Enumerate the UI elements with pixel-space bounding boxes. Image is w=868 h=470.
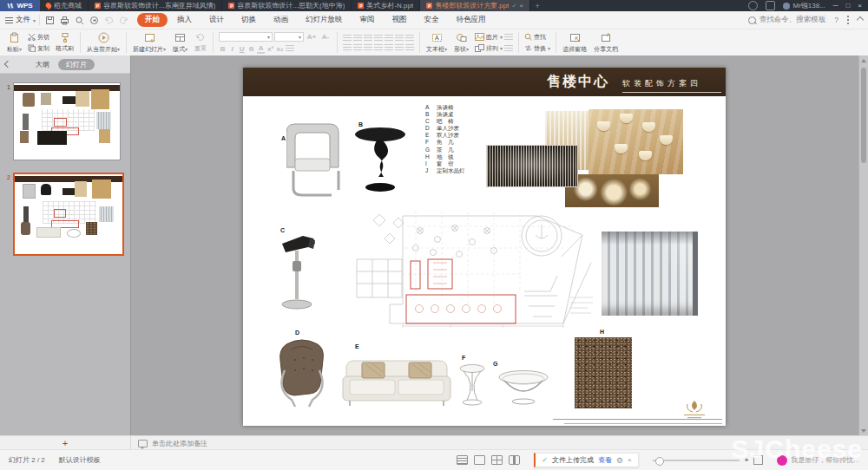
tab-view[interactable]: 视图 (385, 13, 415, 27)
play-from-current-button[interactable]: 从当前开始▾ (83, 32, 123, 54)
close-button[interactable]: × (858, 2, 862, 10)
normal-view-icon[interactable] (457, 455, 468, 465)
command-search[interactable]: 查找命令、搜索模板 (748, 15, 826, 25)
arrange-button[interactable]: 排列▾ (475, 44, 503, 53)
tab-outline[interactable]: 大纲 (36, 60, 49, 69)
slide-thumbnail-2[interactable] (13, 173, 124, 256)
tab-document-2[interactable]: P容辰斯软装饰设计...思勒天(地中海) (222, 0, 352, 11)
image-coffee-table-g[interactable] (497, 369, 549, 406)
floor-plan[interactable] (355, 209, 602, 328)
tab-design[interactable]: 设计 (201, 13, 232, 27)
view-upload-link[interactable]: 查看 (598, 455, 612, 465)
tab-insert[interactable]: 插入 (169, 13, 200, 27)
account-button[interactable]: Mr镪138... (783, 1, 825, 10)
help-icon[interactable]: ? (834, 16, 838, 24)
slide-subtitle[interactable]: 软装配饰方案四 (622, 78, 721, 93)
settings-icon[interactable] (766, 1, 775, 10)
maximize-button[interactable]: □ (845, 2, 850, 10)
find-button[interactable]: 查找 (524, 33, 550, 42)
developer-logo[interactable] (681, 400, 708, 421)
tab-slideshow[interactable]: 幻灯片放映 (298, 13, 351, 27)
collapse-ribbon-icon[interactable] (857, 16, 864, 23)
legend-list[interactable]: A洽谈椅 B洽谈桌 C吧 椅 D单人沙发 E双人沙发 F角 几 G茶 几 H地 … (425, 104, 465, 174)
scroll-down-icon[interactable] (861, 429, 866, 433)
tab-document-3[interactable]: P美式乡村-N.ppt (352, 0, 420, 11)
image-crystal-curtain-i[interactable] (486, 145, 578, 187)
format-painter-button[interactable]: 格式刷 (52, 32, 77, 53)
image-sofa-e[interactable] (339, 356, 454, 409)
image-chandelier-photo-j2[interactable] (589, 109, 683, 174)
outline-view-icon[interactable] (474, 455, 485, 465)
notes-input[interactable]: 单击此处添加备注 (131, 436, 868, 450)
image-wing-chair-d[interactable] (274, 337, 330, 412)
tab-transition[interactable]: 切换 (233, 13, 264, 27)
selection-pane-button[interactable]: 选择窗格 (559, 32, 590, 54)
new-tab-button[interactable]: + (530, 0, 544, 11)
tab-document-active[interactable]: P售楼部软装设计方案.ppt✓× (420, 0, 530, 11)
slide-sorter-icon[interactable] (491, 455, 503, 465)
scroll-up-icon[interactable] (861, 59, 866, 62)
label-e[interactable]: E (355, 343, 359, 349)
zoom-in-button[interactable]: + (745, 456, 749, 464)
text-box-button[interactable]: A文本框▾ (423, 32, 450, 54)
more-menu-icon[interactable] (847, 16, 849, 24)
tab-security[interactable]: 安全 (417, 13, 447, 27)
image-armchair-a[interactable] (286, 121, 345, 204)
shapes-button[interactable]: 形状▾ (450, 32, 472, 54)
file-menu-button[interactable]: 文件▾ (5, 15, 40, 25)
save-icon[interactable] (45, 16, 55, 25)
minimize-button[interactable]: ─ (833, 2, 838, 10)
tab-review[interactable]: 审阅 (352, 13, 383, 27)
new-slide-button[interactable]: 新建幻灯片▾ (129, 32, 169, 54)
close-tab-icon[interactable]: × (519, 2, 523, 10)
tab-animation[interactable]: 动画 (266, 13, 296, 27)
tab-slides[interactable]: 幻灯片 (58, 59, 95, 70)
slide-canvas[interactable]: 售楼中心 软装配饰方案四 A洽谈椅 B洽谈桌 C吧 椅 D单人沙发 E双人沙发 … (131, 55, 859, 436)
replace-button[interactable]: 替换▾ (524, 44, 550, 53)
zoom-slider[interactable] (653, 460, 740, 461)
vertical-scrollbar[interactable] (858, 55, 868, 436)
fit-window-icon[interactable] (753, 455, 763, 465)
image-carpet-sample-h[interactable] (575, 337, 632, 408)
image-curtain-blinds[interactable] (602, 232, 698, 316)
tab-home[interactable]: 开始 (137, 13, 168, 27)
reading-view-icon[interactable] (509, 455, 520, 465)
copy-button[interactable]: 复制 (28, 44, 49, 53)
gear-icon[interactable]: ⚙ (616, 456, 623, 465)
paste-button[interactable]: 粘贴▾ (3, 32, 25, 54)
image-side-table-f[interactable] (458, 363, 486, 407)
dismiss-icon[interactable]: × (628, 456, 632, 464)
font-family-select[interactable]: ▾ (219, 32, 273, 42)
zoom-knob[interactable] (655, 457, 664, 466)
scrollbar-thumb[interactable] (861, 68, 866, 163)
label-d[interactable]: D (295, 330, 299, 336)
image-chandelier-glow-j3[interactable] (565, 174, 659, 207)
slide-title[interactable]: 售楼中心 (547, 73, 609, 91)
label-h[interactable]: H (600, 329, 604, 335)
label-a[interactable]: A (281, 135, 286, 141)
print-icon[interactable] (60, 16, 69, 25)
share-document-button[interactable]: 分享文档 (590, 32, 621, 54)
slide-editor[interactable]: 售楼中心 软装配饰方案四 A洽谈椅 B洽谈桌 C吧 椅 D单人沙发 E双人沙发 … (243, 68, 726, 426)
add-slide-button[interactable]: + (0, 436, 131, 450)
underline-button: U (238, 45, 246, 53)
font-size-select[interactable]: ▾ (274, 32, 304, 42)
output-icon[interactable] (89, 16, 99, 25)
slide-2-number: 2 (3, 173, 10, 180)
label-f[interactable]: F (462, 355, 465, 361)
tab-document-1[interactable]: P容辰斯软装饰设计...东南亚异域风情) (89, 0, 222, 11)
slide-thumbnail-1[interactable] (13, 82, 121, 160)
image-bar-stool-c[interactable] (275, 232, 320, 314)
layout-button[interactable]: 版式▾ (169, 32, 191, 54)
appearance-icon[interactable] (748, 1, 758, 10)
tab-special-apps[interactable]: 特色应用 (449, 13, 494, 27)
label-g[interactable]: G (493, 361, 497, 367)
assistant-widget[interactable]: 我是墨仔，帮你排忧... (777, 455, 859, 466)
picture-button[interactable]: 图片▾ (475, 33, 503, 42)
image-round-table-b[interactable] (353, 127, 407, 194)
tab-store[interactable]: 稻壳商城 (40, 0, 89, 11)
wps-logo[interactable]: WPS (0, 0, 40, 11)
cut-button[interactable]: 剪切 (28, 33, 49, 42)
collapse-panel-icon[interactable] (4, 61, 11, 68)
print-preview-icon[interactable] (75, 16, 84, 25)
